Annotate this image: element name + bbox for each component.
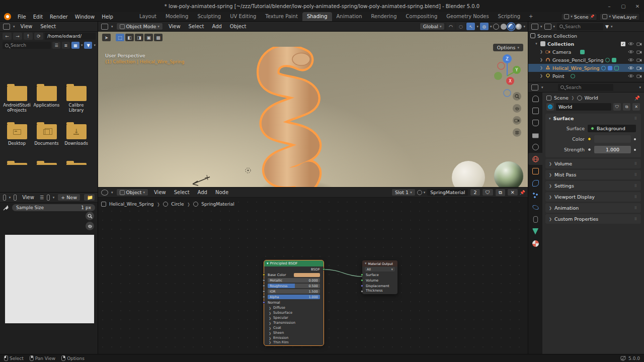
filter-button[interactable]: ▼ (84, 42, 92, 49)
animate-dot-icon[interactable] (634, 138, 636, 140)
options-dropdown[interactable]: Options ▾ (493, 44, 523, 51)
folder-item[interactable]: AndroidStudioProjects (2, 83, 32, 113)
render-camera-icon[interactable] (636, 74, 642, 78)
navigation-gizmo[interactable]: Z Y X (493, 52, 521, 97)
tab-geometry-nodes[interactable]: Geometry Nodes (442, 12, 493, 22)
panel-grip-icon[interactable]: ⠿ (634, 162, 637, 166)
collapse-chevron-icon[interactable]: ▾ (267, 261, 269, 265)
material-users-count[interactable]: 2 (470, 189, 480, 196)
folder-item[interactable]: Applications (32, 83, 61, 108)
panel-grip-icon[interactable]: ⠿ (634, 184, 637, 188)
path-field[interactable]: /home/edward/ (45, 33, 96, 40)
copy-material-icon[interactable]: ⧉ (495, 189, 506, 197)
minimize-button[interactable]: – (606, 4, 613, 9)
animate-dot-icon[interactable] (634, 149, 636, 151)
select-invert-tool-button[interactable]: ▣ (144, 34, 153, 41)
tab-output[interactable] (528, 117, 542, 129)
tab-physics[interactable] (528, 201, 542, 213)
maximize-button[interactable]: ▢ (620, 4, 627, 9)
section-emission[interactable]: ❯Emission (264, 335, 324, 340)
viewport-menu-object[interactable]: Object (227, 23, 249, 30)
display-thumbnails-button[interactable]: ▦ (71, 42, 79, 49)
expand-chevron-icon[interactable]: ❯ (539, 74, 543, 78)
section-sheen[interactable]: ❯Sheen (264, 330, 324, 335)
viewport-canvas[interactable]: ➤ ⬚ ◧ ◨ ▣ ▩ Options ▾ User Perspective (… (98, 32, 528, 188)
collection-checkbox[interactable]: ✓ (621, 42, 625, 46)
display-mode-icon[interactable] (544, 24, 551, 30)
shading-rendered-button[interactable] (516, 24, 522, 30)
tab-particles[interactable] (528, 189, 542, 201)
viewport-menu-select[interactable]: Select (186, 23, 207, 30)
refresh-button[interactable]: ⟳ (34, 33, 43, 40)
folder-item[interactable]: Desktop (2, 121, 32, 146)
expand-chevron-icon[interactable]: ❯ (539, 66, 543, 70)
tab-world[interactable] (528, 153, 542, 165)
tab-sculpting[interactable]: Sculpting (193, 12, 225, 22)
unlink-datablock-icon[interactable]: ✕ (632, 103, 640, 111)
bsdf-output-socket[interactable] (323, 268, 325, 270)
alpha-slider[interactable]: Alpha 1.000 (268, 295, 320, 299)
section-subsurface[interactable]: ❯Subsurface (264, 310, 324, 315)
tab-animation[interactable]: Animation (332, 12, 367, 22)
tab-material[interactable] (528, 237, 542, 249)
image-canvas[interactable] (5, 235, 94, 323)
file-browser-editor-type-icon[interactable] (3, 24, 10, 30)
animation-panel-header[interactable]: ❯ Animation ⠿ (545, 203, 641, 213)
point-light-object[interactable] (244, 166, 252, 174)
tab-shading[interactable]: Shading (302, 12, 332, 22)
base-color-input-socket[interactable] (263, 274, 265, 276)
display-horizontal-list-button[interactable]: ≣ (62, 42, 70, 49)
pin-icon[interactable]: 📌 (634, 96, 640, 101)
breadcrumb-scene[interactable]: Scene (554, 95, 569, 101)
show-gizmo-icon[interactable]: ↖ (466, 23, 475, 30)
shader-type-dropdown[interactable]: Object ▾ (116, 189, 148, 196)
hide-eye-icon[interactable] (628, 74, 634, 78)
file-search-input[interactable]: Search (3, 42, 51, 49)
shader-menu-node[interactable]: Node (213, 189, 231, 196)
outliner-search-input[interactable]: Search (557, 23, 603, 30)
select-intersect-tool-button[interactable]: ▩ (154, 34, 163, 41)
panel-grip-icon[interactable]: ⠿ (634, 206, 637, 210)
folder-item[interactable]: mall (61, 160, 91, 165)
tab-modeling[interactable]: Modeling (161, 12, 193, 22)
render-camera-icon[interactable] (636, 42, 642, 46)
empty-arrow-object[interactable] (188, 174, 211, 188)
pan-tool-button[interactable] (86, 222, 94, 230)
show-overlays-icon[interactable]: ◍ (480, 23, 489, 30)
surface-panel-header[interactable]: ▾ Surface ⠿ (545, 114, 641, 123)
menu-window[interactable]: Window (71, 13, 98, 21)
gizmo-z-negative[interactable] (504, 89, 511, 97)
breadcrumb-world[interactable]: World (585, 95, 598, 101)
tab-scripting[interactable]: Scripting (494, 12, 525, 22)
render-camera-icon[interactable] (636, 58, 642, 62)
outliner-row-helical-wire-spring[interactable]: ❯ Helical_Wire_Spring (528, 64, 644, 72)
close-button[interactable]: ✕ (634, 4, 641, 9)
tab-uv-editing[interactable]: UV Editing (225, 12, 261, 22)
properties-editor-type-icon[interactable] (531, 84, 538, 90)
tab-object[interactable] (528, 165, 542, 177)
menu-edit[interactable]: Edit (30, 13, 46, 21)
panel-grip-icon[interactable]: ⠿ (634, 217, 637, 221)
select-extend-tool-button[interactable]: ◧ (125, 34, 134, 41)
viewport-menu-view[interactable]: View (166, 23, 183, 30)
shading-solid-button[interactable] (501, 24, 507, 30)
shading-material-preview-button[interactable] (508, 24, 514, 30)
ior-slider[interactable]: IOR 1.500 (268, 289, 320, 294)
cursor-tool-icon[interactable]: ➤ (102, 34, 111, 41)
folder-item[interactable]: Calibre Library (61, 83, 91, 113)
material-sphere-icon[interactable] (417, 190, 422, 195)
section-coat[interactable]: ❯Coat (264, 325, 324, 330)
viewport-pan-button[interactable] (513, 104, 521, 113)
browse-world-icon[interactable]: 🌐 (546, 103, 554, 111)
viewport-ortho-toggle-button[interactable] (513, 128, 521, 137)
browse-image-icon[interactable] (47, 195, 50, 201)
viewport-display-panel-header[interactable]: ❯ Viewport Display ⠿ (545, 192, 641, 202)
tab-layout[interactable]: Layout (135, 12, 161, 22)
file-browser-menu-view[interactable]: View (18, 23, 35, 30)
outliner-row-point[interactable]: ❯ Point (528, 72, 644, 80)
node-canvas[interactable]: Helical_Wire_Spring ❭ Circle ❭ SpringMat… (98, 198, 528, 354)
file-browser-menu-select[interactable]: Select (38, 23, 58, 30)
pin-icon[interactable]: 📌 (520, 190, 525, 195)
hide-eye-icon[interactable] (628, 50, 634, 54)
viewport-menu-add[interactable]: Add (209, 23, 224, 30)
